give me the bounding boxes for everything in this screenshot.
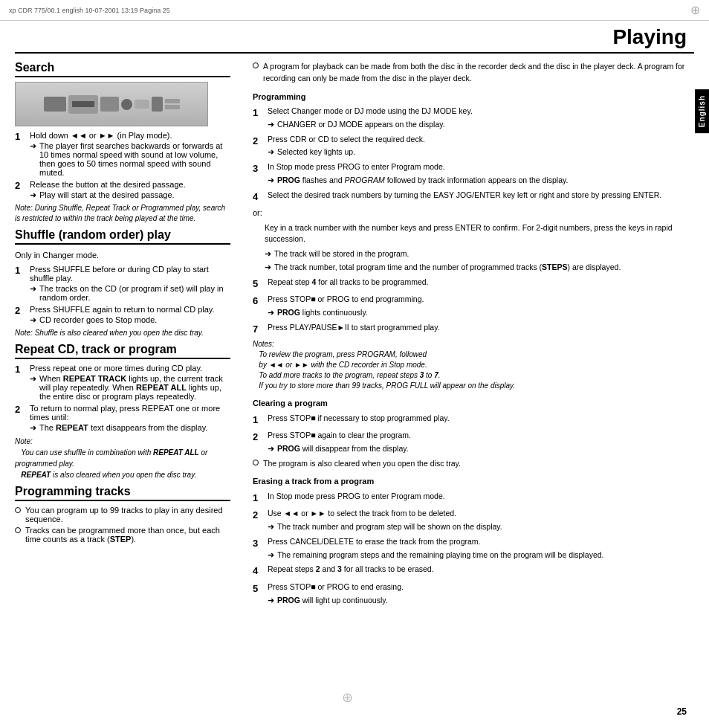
clearing-heading: Clearing a program: [253, 397, 694, 410]
prog-tracks-item-2: Tracks can be programmed more than once,…: [15, 526, 230, 544]
top-bar: xp CDR 775/00.1 english 10-07-2001 13:19…: [0, 0, 709, 21]
clearing-step-1: 1 Press STOP■ if necessary to stop progr…: [253, 413, 694, 428]
search-note: Note: During Shuffle, Repeat Track or Pr…: [15, 203, 230, 224]
bullet-icon: [15, 507, 21, 513]
programming-tracks-title: Programming tracks: [15, 485, 230, 501]
bottom-crosshair: ⊕: [342, 689, 353, 706]
search-title: Search: [15, 61, 230, 77]
search-section: Search: [15, 61, 230, 224]
search-steps: 1 Hold down ◄◄ or ►► (in Play mode). ➜ T…: [15, 131, 230, 200]
search-step-1: 1 Hold down ◄◄ or ►► (in Play mode). ➜ T…: [15, 131, 230, 177]
erasing-step-3: 3 Press CANCEL/DELETE to erase the track…: [253, 536, 694, 561]
page: xp CDR 775/00.1 english 10-07-2001 13:19…: [0, 0, 709, 728]
erasing-heading: Erasing a track from a program: [253, 475, 694, 488]
erasing-section: Erasing a track from a program 1 In Stop…: [253, 475, 694, 606]
erasing-step-4: 4 Repeat steps 2 and 3 for all tracks to…: [253, 564, 694, 579]
prog-step-2: 2 Press CDR or CD to select the required…: [253, 134, 694, 159]
english-tab: English: [695, 89, 709, 133]
step4-subs: ➜ The track will be stored in the progra…: [265, 248, 694, 274]
bullet-icon: [253, 460, 259, 466]
repeat-title: Repeat CD, track or program: [15, 343, 230, 359]
prog-step-5: 5 Repeat step 4 for all tracks to be pro…: [253, 277, 694, 291]
clearing-bullets: The program is also cleared when you ope…: [253, 458, 694, 470]
prog-step-6: 6 Press STOP■ or PROG to end programming…: [253, 294, 694, 319]
programming-heading: Programming: [253, 91, 694, 103]
clearing-steps: 1 Press STOP■ if necessary to stop progr…: [253, 413, 694, 455]
page-title: Playing: [15, 25, 694, 49]
programming-tracks-section: Programming tracks You can program up to…: [15, 485, 230, 544]
clearing-section: Clearing a program 1 Press STOP■ if nece…: [253, 397, 694, 469]
clearing-bullet-1: The program is also cleared when you ope…: [253, 458, 694, 470]
programming-section: Programming 1 Select Changer mode or DJ …: [253, 91, 694, 392]
intro-item-1: A program for playback can be made from …: [253, 61, 694, 85]
or-instruction: Key in a track number with the number ke…: [265, 222, 694, 246]
erasing-steps: 1 In Stop mode press PROG to enter Progr…: [253, 491, 694, 607]
shuffle-section: Shuffle (random order) play Only in Chan…: [15, 228, 230, 338]
page-number: 25: [677, 706, 687, 717]
programming-steps-cont: 5 Repeat step 4 for all tracks to be pro…: [253, 277, 694, 337]
prog-step-4: 4 Select the desired track numbers by tu…: [253, 190, 694, 204]
top-bar-crosshair: ⊕: [690, 3, 700, 17]
intro-list: A program for playback can be made from …: [253, 61, 694, 85]
shuffle-subtitle: Only in Changer mode.: [15, 249, 230, 262]
repeat-note: Note: You can use shuffle in combination…: [15, 436, 230, 480]
right-column: A program for playback can be made from …: [245, 57, 694, 609]
shuffle-title: Shuffle (random order) play: [15, 228, 230, 245]
shuffle-step-1: 1 Press SHUFFLE before or during CD play…: [15, 265, 230, 302]
prog-tracks-item-1: You can program up to 99 tracks to play …: [15, 506, 230, 524]
prog-step-1: 1 Select Changer mode or DJ mode using t…: [253, 106, 694, 131]
clearing-step-2: 2 Press STOP■ again to clear the program…: [253, 430, 694, 455]
top-bar-left: xp CDR 775/00.1 english 10-07-2001 13:19…: [9, 7, 170, 14]
repeat-step-1: 1 Press repeat one or more times during …: [15, 364, 230, 401]
shuffle-note: Note: Shuffle is also cleared when you o…: [15, 328, 230, 338]
repeat-steps: 1 Press repeat one or more times during …: [15, 364, 230, 433]
programming-notes: Notes: To review the program, press PROG…: [253, 339, 694, 391]
shuffle-steps: 1 Press SHUFFLE before or during CD play…: [15, 265, 230, 325]
programming-steps: 1 Select Changer mode or DJ mode using t…: [253, 106, 694, 204]
shuffle-step-2: 2 Press SHUFFLE again to return to norma…: [15, 305, 230, 325]
left-column: Search: [15, 57, 245, 609]
bullet-icon: [15, 527, 21, 533]
erasing-step-1: 1 In Stop mode press PROG to enter Progr…: [253, 491, 694, 506]
or-text: or:: [253, 207, 694, 219]
programming-tracks-list: You can program up to 99 tracks to play …: [15, 506, 230, 544]
device-img-inner: [16, 83, 207, 126]
prog-step-3: 3 In Stop mode press PROG to enter Progr…: [253, 161, 694, 187]
device-image: [15, 82, 208, 126]
erasing-step-2: 2 Use ◄◄ or ►► to select the track from …: [253, 508, 694, 533]
main-content: Search: [0, 57, 709, 624]
search-step-2: 2 Release the button at the desired pass…: [15, 180, 230, 200]
bullet-icon: [253, 62, 259, 68]
erasing-step-5: 5 Press STOP■ or PROG to end erasing. ➜ …: [253, 582, 694, 607]
prog-step-7: 7 Press PLAY/PAUSE►II to start programme…: [253, 322, 694, 337]
repeat-step-2: 2 To return to normal play, press REPEAT…: [15, 404, 230, 433]
repeat-section: Repeat CD, track or program 1 Press repe…: [15, 343, 230, 480]
